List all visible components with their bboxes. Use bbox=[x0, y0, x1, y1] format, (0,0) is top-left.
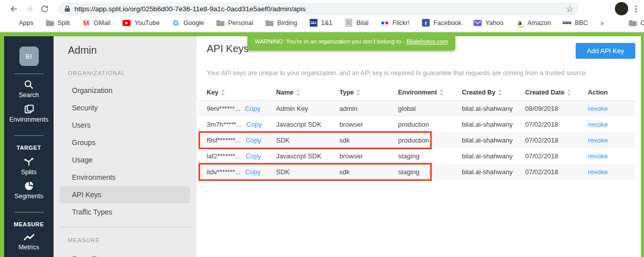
column-header-name[interactable]: Name bbox=[268, 89, 331, 96]
api-keys-table: Key Name Type Environment Created By Cre… bbox=[199, 84, 635, 180]
key-name: Javascript SDK bbox=[268, 121, 331, 128]
page-description: Your API keys are unique to your organiz… bbox=[207, 69, 641, 77]
key-created-date: 07/02/2018 bbox=[517, 168, 580, 176]
admin-item-organization[interactable]: Organization bbox=[60, 82, 190, 99]
bookmark-star-icon[interactable]: ☆ bbox=[566, 4, 574, 14]
reload-icon bbox=[40, 5, 49, 13]
admin-item-traffic-types[interactable]: Traffic Types bbox=[60, 203, 190, 221]
bookmark-label: Facebook bbox=[433, 19, 461, 27]
table-header-row: Key Name Type Environment Created By Cre… bbox=[199, 84, 635, 101]
admin-sidebar-divider bbox=[60, 227, 191, 227]
bookmark-split[interactable]: Split bbox=[46, 19, 70, 27]
sort-icon bbox=[356, 89, 360, 96]
environments-stack-icon bbox=[23, 103, 35, 115]
key-created-by: bilal.al-shahwany bbox=[454, 136, 517, 144]
column-header-environment[interactable]: Environment bbox=[390, 89, 454, 96]
bookmark-gmail[interactable]: M GMail bbox=[82, 19, 111, 27]
column-header-type[interactable]: Type bbox=[331, 89, 390, 96]
copy-link[interactable]: Copy bbox=[245, 152, 261, 160]
admin-item-users[interactable]: Users bbox=[60, 116, 190, 134]
bookmark-1and1[interactable]: 1&1 1&1 bbox=[309, 19, 332, 27]
sidebar-item-search[interactable]: Search bbox=[19, 79, 39, 99]
bookmark-bbc[interactable]: BBC BBC bbox=[563, 19, 588, 27]
bookmark-flickr[interactable]: Flickr! bbox=[381, 19, 409, 27]
column-label: Environment bbox=[398, 89, 437, 96]
bookmark-other-bookmarks[interactable]: Other Bookmarks bbox=[629, 19, 644, 27]
sidebar-item-segments[interactable]: Segments bbox=[14, 180, 43, 200]
key-created-by: bilal.al-shahwany bbox=[454, 105, 517, 112]
url-text: https://app.split.io/org/025b6d00-7e36-1… bbox=[75, 5, 306, 13]
segments-pie-icon bbox=[23, 180, 35, 192]
bookmark-label: Split bbox=[58, 19, 70, 27]
column-header-created-date[interactable]: Created Date bbox=[517, 89, 580, 96]
admin-item-security[interactable]: Security bbox=[60, 99, 190, 116]
forward-button[interactable] bbox=[22, 2, 36, 15]
key-type: admin bbox=[331, 105, 390, 112]
sidebar-item-splits[interactable]: Splits bbox=[21, 156, 37, 176]
bookmark-amazon[interactable]: a Amazon bbox=[516, 19, 551, 27]
bookmark-label: Apps bbox=[19, 19, 34, 27]
revoke-link[interactable]: revoke bbox=[588, 168, 608, 176]
admin-item-groups[interactable]: Groups bbox=[60, 134, 190, 151]
bookmarks-overflow-chevron[interactable]: » bbox=[600, 19, 604, 27]
sidebar-item-metrics[interactable]: Metrics bbox=[18, 232, 39, 251]
revoke-link[interactable]: revoke bbox=[588, 105, 608, 112]
column-header-action: Action bbox=[580, 89, 635, 96]
bookmark-yahoo[interactable]: Yahoo bbox=[474, 19, 503, 27]
revoke-link[interactable]: revoke bbox=[588, 152, 608, 160]
back-icon bbox=[9, 4, 19, 14]
bookmark-youtube[interactable]: YouTube bbox=[122, 19, 159, 27]
bookmark-personal[interactable]: Personal bbox=[216, 19, 253, 27]
org-avatar[interactable]: BI bbox=[19, 46, 39, 66]
admin-item-event-types[interactable]: Event Types bbox=[60, 250, 190, 257]
organizational-section-header: ORGANIZATIONAL bbox=[68, 70, 196, 76]
chevron-double-icon: » bbox=[600, 19, 604, 27]
browser-menu-icon[interactable] bbox=[635, 6, 637, 12]
column-header-created-by[interactable]: Created By bbox=[454, 89, 517, 96]
key-created-date: 07/02/2018 bbox=[517, 136, 580, 144]
copy-link[interactable]: Copy bbox=[245, 168, 260, 176]
table-row: f9sf*******...Copy SDK sdk production bi… bbox=[199, 132, 635, 148]
bookmark-apps[interactable]: Apps bbox=[7, 19, 34, 27]
admin-item-environments[interactable]: Environments bbox=[60, 169, 190, 186]
key-environment: global bbox=[390, 105, 454, 112]
bookmark-google[interactable]: G Google bbox=[172, 19, 204, 27]
api-key-masked: 9eni******... bbox=[207, 105, 240, 112]
column-label: Created Date bbox=[525, 89, 564, 96]
revoke-link[interactable]: revoke bbox=[588, 136, 608, 144]
warning-org-link[interactable]: Bilalphotos.com bbox=[406, 38, 448, 44]
page-title: API Keys bbox=[207, 43, 249, 55]
key-name: Admin Key bbox=[268, 105, 331, 112]
yahoo-mail-icon bbox=[474, 19, 482, 27]
sidebar-divider bbox=[14, 74, 44, 74]
primary-sidebar: BI Search Environments TARGET Splits Seg… bbox=[4, 36, 54, 257]
copy-link[interactable]: Copy bbox=[246, 121, 262, 128]
sort-icon bbox=[296, 89, 300, 96]
folder-icon bbox=[265, 19, 274, 27]
bookmark-facebook[interactable]: f Facebook bbox=[422, 19, 461, 27]
bookmark-bilal[interactable]: Bilal bbox=[344, 19, 368, 27]
bookmark-birding[interactable]: Birding bbox=[265, 19, 297, 27]
back-button[interactable] bbox=[7, 2, 20, 15]
column-header-key[interactable]: Key bbox=[199, 89, 268, 96]
api-key-masked: f9sf*******... bbox=[207, 136, 241, 144]
bookmark-label: Yahoo bbox=[485, 19, 503, 27]
bookmark-label: 1&1 bbox=[321, 19, 332, 27]
add-api-key-button[interactable]: Add API Key bbox=[576, 43, 635, 59]
admin-item-api-keys[interactable]: API Keys bbox=[60, 186, 190, 203]
profile-avatar[interactable] bbox=[615, 2, 628, 15]
key-name: SDK bbox=[268, 136, 331, 144]
warning-text: WARNING: You're in an organization you d… bbox=[255, 38, 406, 44]
admin-item-usage[interactable]: Usage bbox=[60, 151, 190, 169]
copy-link[interactable]: Copy bbox=[245, 105, 260, 112]
reload-button[interactable] bbox=[38, 2, 51, 15]
url-bar[interactable]: https://app.split.io/org/025b6d00-7e36-1… bbox=[58, 3, 579, 15]
key-created-by: bilal.al-shahwany bbox=[454, 168, 517, 176]
main-content: WARNING: You're in an organization you d… bbox=[196, 36, 641, 257]
key-created-date: 07/02/2018 bbox=[517, 152, 580, 160]
key-created-date: 07/02/2018 bbox=[517, 121, 580, 128]
1and1-icon: 1&1 bbox=[309, 19, 317, 27]
copy-link[interactable]: Copy bbox=[245, 136, 261, 144]
sidebar-item-environments[interactable]: Environments bbox=[9, 103, 48, 123]
revoke-link[interactable]: revoke bbox=[588, 121, 608, 128]
